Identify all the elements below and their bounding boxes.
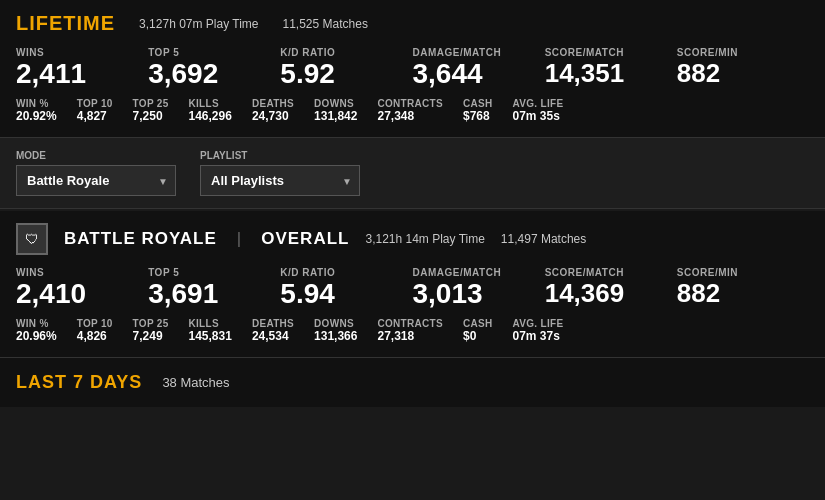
filter-section: Mode Battle Royale Resurgence Plunder Pl… <box>0 138 825 209</box>
last7-section: LAST 7 DAYS 38 Matches <box>0 358 825 407</box>
br-score-min-value: 882 <box>677 280 799 306</box>
playlist-filter-group: Playlist All Playlists Solos Duos Trios … <box>200 150 360 196</box>
playlist-select[interactable]: All Playlists Solos Duos Trios Quads <box>200 165 360 196</box>
br-subtitle: OVERALL <box>261 229 349 249</box>
br-kills: Kills 145,831 <box>189 318 232 343</box>
br-top10: Top 10 4,826 <box>77 318 113 343</box>
br-score-match-block: SCORE/MATCH 14,369 <box>545 267 677 308</box>
br-top5-block: TOP 5 3,691 <box>148 267 280 308</box>
br-downs: Downs 131,366 <box>314 318 357 343</box>
playlist-filter-label: Playlist <box>200 150 360 161</box>
lifetime-stats-main: WINS 2,411 TOP 5 3,692 K/D RATIO 5.92 DA… <box>16 47 809 88</box>
lifetime-top25: Top 25 7,250 <box>133 98 169 123</box>
lifetime-contracts: Contracts 27,348 <box>377 98 442 123</box>
lifetime-top5-block: TOP 5 3,692 <box>148 47 280 88</box>
lifetime-playtime: 3,127h 07m Play Time <box>139 17 258 31</box>
br-contracts: Contracts 27,318 <box>377 318 442 343</box>
lifetime-section: LIFETIME 3,127h 07m Play Time 11,525 Mat… <box>0 0 825 138</box>
lifetime-wins-label: WINS <box>16 47 138 58</box>
lifetime-kd-value: 5.92 <box>280 60 402 88</box>
lifetime-header: LIFETIME 3,127h 07m Play Time 11,525 Mat… <box>16 12 809 35</box>
br-score-match-value: 14,369 <box>545 280 667 306</box>
lifetime-score-match-value: 14,351 <box>545 60 667 86</box>
lifetime-damage-block: DAMAGE/MATCH 3,644 <box>413 47 545 88</box>
mode-filter-label: Mode <box>16 150 176 161</box>
br-stats-main: WINS 2,410 TOP 5 3,691 K/D RATIO 5.94 DA… <box>16 267 809 308</box>
lifetime-wins-value: 2,411 <box>16 60 138 88</box>
br-top25: Top 25 7,249 <box>133 318 169 343</box>
mode-select[interactable]: Battle Royale Resurgence Plunder <box>16 165 176 196</box>
lifetime-stats-secondary: Win % 20.92% Top 10 4,827 Top 25 7,250 K… <box>16 98 809 123</box>
lifetime-top5-value: 3,692 <box>148 60 270 88</box>
lifetime-damage-value: 3,644 <box>413 60 535 88</box>
last7-header: LAST 7 DAYS 38 Matches <box>16 372 809 393</box>
br-damage-value: 3,013 <box>413 280 535 308</box>
battle-royale-section: 🛡 BATTLE ROYALE | OVERALL 3,121h 14m Pla… <box>0 211 825 358</box>
br-kd-block: K/D RATIO 5.94 <box>280 267 412 308</box>
lifetime-score-match-block: SCORE/MATCH 14,351 <box>545 47 677 88</box>
lifetime-damage-label: DAMAGE/MATCH <box>413 47 535 58</box>
lifetime-downs: Downs 131,842 <box>314 98 357 123</box>
lifetime-score-min-label: SCORE/MIN <box>677 47 799 58</box>
br-wins-block: WINS 2,410 <box>16 267 148 308</box>
lifetime-top5-label: TOP 5 <box>148 47 270 58</box>
lifetime-matches: 11,525 Matches <box>283 17 368 31</box>
lifetime-title: LIFETIME <box>16 12 115 35</box>
br-score-min-block: SCORE/MIN 882 <box>677 267 809 308</box>
lifetime-wins-block: WINS 2,411 <box>16 47 148 88</box>
lifetime-score-min-block: SCORE/MIN 882 <box>677 47 809 88</box>
lifetime-kd-label: K/D RATIO <box>280 47 402 58</box>
br-wins-value: 2,410 <box>16 280 138 308</box>
shield-icon: 🛡 <box>16 223 48 255</box>
br-cash: Cash $0 <box>463 318 493 343</box>
br-deaths: Deaths 24,534 <box>252 318 294 343</box>
br-header: 🛡 BATTLE ROYALE | OVERALL 3,121h 14m Pla… <box>16 223 809 255</box>
lifetime-winpct: Win % 20.92% <box>16 98 57 123</box>
last7-matches: 38 Matches <box>162 375 229 390</box>
br-stats-secondary: Win % 20.96% Top 10 4,826 Top 25 7,249 K… <box>16 318 809 343</box>
br-damage-block: DAMAGE/MATCH 3,013 <box>413 267 545 308</box>
br-winpct: Win % 20.96% <box>16 318 57 343</box>
mode-select-wrapper[interactable]: Battle Royale Resurgence Plunder <box>16 165 176 196</box>
last7-title: LAST 7 DAYS <box>16 372 142 393</box>
lifetime-top10: Top 10 4,827 <box>77 98 113 123</box>
lifetime-deaths: Deaths 24,730 <box>252 98 294 123</box>
lifetime-avglife: Avg. Life 07m 35s <box>513 98 564 123</box>
lifetime-cash: Cash $768 <box>463 98 493 123</box>
br-top5-value: 3,691 <box>148 280 270 308</box>
playlist-select-wrapper[interactable]: All Playlists Solos Duos Trios Quads <box>200 165 360 196</box>
br-playtime: 3,121h 14m Play Time <box>365 232 484 246</box>
br-kd-value: 5.94 <box>280 280 402 308</box>
lifetime-score-min-value: 882 <box>677 60 799 86</box>
br-matches: 11,497 Matches <box>501 232 586 246</box>
br-avglife: Avg. Life 07m 37s <box>513 318 564 343</box>
mode-filter-group: Mode Battle Royale Resurgence Plunder <box>16 150 176 196</box>
lifetime-score-match-label: SCORE/MATCH <box>545 47 667 58</box>
lifetime-kd-block: K/D RATIO 5.92 <box>280 47 412 88</box>
lifetime-kills: Kills 146,296 <box>189 98 232 123</box>
br-title: BATTLE ROYALE <box>64 229 217 249</box>
